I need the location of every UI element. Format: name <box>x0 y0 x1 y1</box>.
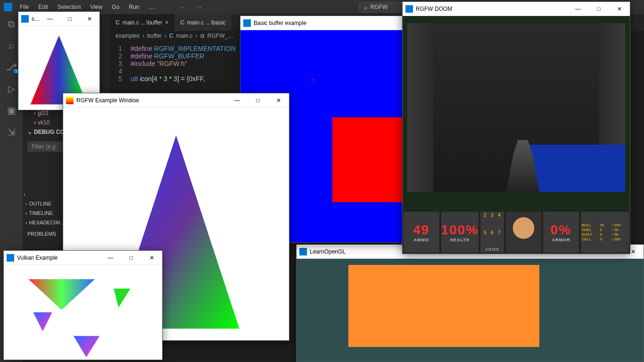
crumb[interactable]: RGFW_… <box>207 33 233 39</box>
vscode-menu: File Edit Selection View Go Run … <box>16 2 158 12</box>
minimize-button[interactable]: — <box>40 12 60 26</box>
menu-edit[interactable]: Edit <box>34 2 52 12</box>
red-pixel <box>313 79 314 81</box>
svg-marker-4 <box>33 313 52 331</box>
c-file-icon: C <box>169 33 173 39</box>
menu-selection[interactable]: Selection <box>54 2 84 12</box>
c-file-icon: C <box>116 19 120 26</box>
doom-viewport: 49AMMO 100%HEALTH 234567ARMS 0%ARMOR BUL… <box>403 16 630 254</box>
vscode-nav: ← → <box>177 2 205 12</box>
vulkan-viewport <box>4 265 162 360</box>
app-icon <box>299 248 307 255</box>
close-button[interactable]: ✕ <box>609 2 630 16</box>
menu-view[interactable]: View <box>86 2 106 12</box>
minimize-button[interactable]: — <box>568 2 588 16</box>
tab-label: main.c …\basic <box>187 19 226 26</box>
app-icon <box>66 97 74 104</box>
orange-rectangle <box>348 265 539 347</box>
vulkan-triangles <box>4 265 162 360</box>
doom-hud: 49AMMO 100%HEALTH 234567ARMS 0%ARMOR BUL… <box>403 211 630 254</box>
tab-main-basic[interactable]: C main.c …\basic <box>174 14 232 31</box>
explorer-icon[interactable]: ⧉ <box>8 19 15 30</box>
search-icon[interactable]: ⌕ <box>8 40 14 51</box>
vscode-logo-icon <box>4 3 12 11</box>
menu-file[interactable]: File <box>16 2 33 12</box>
tab-label: main.c …\buffer <box>123 19 162 26</box>
extensions-icon[interactable]: ▣ <box>7 105 16 116</box>
hud-arms: 234567ARMS <box>479 211 504 254</box>
window-title: s… <box>32 16 40 22</box>
svg-marker-5 <box>74 336 99 357</box>
nav-forward-icon[interactable]: → <box>193 2 205 12</box>
c-file-icon: C <box>180 19 184 26</box>
window-rgfw-doom[interactable]: RGFW DOOM — □ ✕ 49AMMO 100%HEALTH 234567… <box>402 1 630 254</box>
remote-icon[interactable]: ⇲ <box>8 126 16 138</box>
maximize-button[interactable]: □ <box>121 251 141 265</box>
crumb[interactable]: buffer <box>147 33 161 39</box>
maximize-button[interactable]: □ <box>60 12 80 26</box>
menu-run[interactable]: Run <box>125 2 143 12</box>
maximize-button[interactable]: □ <box>248 93 268 107</box>
hud-face <box>505 211 543 254</box>
menu-go[interactable]: Go <box>108 2 123 12</box>
hud-armor-value: 0% <box>551 222 571 238</box>
hud-health-label: HEALTH <box>450 238 470 242</box>
doom-3d-view <box>407 23 626 192</box>
window-title: Basic buffer example <box>254 20 306 26</box>
search-text: RGFW <box>371 4 388 10</box>
crumb[interactable]: main.c <box>176 33 193 39</box>
tab-close-icon[interactable]: × <box>165 19 168 26</box>
source-control-icon[interactable]: ⎇ <box>6 61 17 73</box>
window-title: RGFW DOOM <box>416 6 452 12</box>
symbol-icon: ⧉ <box>200 33 205 39</box>
hud-ammo-value: 49 <box>413 222 429 238</box>
app-icon <box>7 254 14 262</box>
app-icon <box>405 5 413 13</box>
window-title: Vulkan Example <box>17 255 58 261</box>
window-title: RGFW Example Window <box>76 97 139 104</box>
close-button[interactable]: ✕ <box>80 12 99 26</box>
svg-marker-2 <box>28 279 95 310</box>
window-vulkan-example[interactable]: Vulkan Example — □ ✕ <box>3 250 163 360</box>
app-icon <box>243 19 251 27</box>
app-icon <box>21 15 29 23</box>
minimize-button[interactable]: — <box>227 93 248 107</box>
window-learnopengl[interactable]: LearnOpenGL — □ ✕ <box>296 244 644 362</box>
svg-marker-3 <box>114 288 130 307</box>
tab-main-buffer[interactable]: C main.c …\buffer × <box>110 14 174 31</box>
nav-back-icon[interactable]: ← <box>177 2 189 12</box>
window-title: LearnOpenGL <box>310 248 346 255</box>
hud-ammo-grid: BULL49/ 200SHEL0/ 50RCKT0/ 50CELL0/ 300 <box>580 211 630 254</box>
crumb[interactable]: examples <box>116 33 140 39</box>
menu-more[interactable]: … <box>145 2 158 12</box>
hud-health-value: 100% <box>441 222 479 238</box>
run-debug-icon[interactable]: ▷ <box>8 83 15 94</box>
hud-ammo-label: AMMO <box>414 238 429 242</box>
close-button[interactable]: ✕ <box>141 251 162 265</box>
close-button[interactable]: ✕ <box>268 93 289 107</box>
minimize-button[interactable]: — <box>100 251 121 265</box>
hud-armor-label: ARMOR <box>552 238 570 242</box>
maximize-button[interactable]: □ <box>588 2 609 16</box>
learnopengl-viewport <box>297 259 644 362</box>
